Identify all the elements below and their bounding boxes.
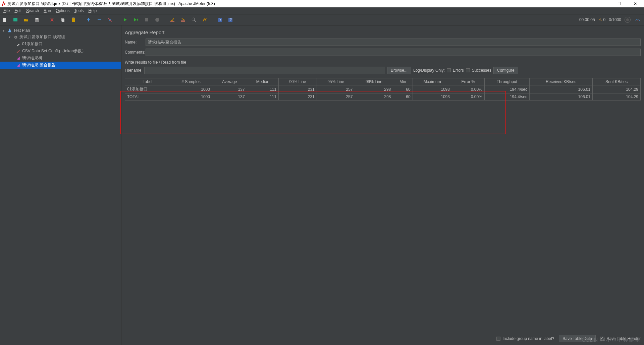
clear-all-icon[interactable] bbox=[180, 16, 186, 23]
name-input[interactable] bbox=[146, 39, 641, 46]
filename-input[interactable] bbox=[144, 67, 385, 74]
table-cell: 231 bbox=[279, 85, 317, 93]
menu-run[interactable]: Run bbox=[42, 8, 53, 14]
tree-node-csv-config[interactable]: CSV Data Set Config（tokan参数） bbox=[0, 48, 121, 55]
table-header[interactable]: Sent KB/sec bbox=[593, 78, 641, 85]
table-cell: 137 bbox=[212, 85, 247, 93]
start-icon[interactable] bbox=[122, 16, 128, 23]
tree-label: 01添加接口 bbox=[22, 41, 43, 47]
copy-icon[interactable] bbox=[59, 16, 66, 23]
chart-icon bbox=[16, 63, 21, 68]
svg-rect-5 bbox=[62, 19, 64, 22]
table-header[interactable]: Median bbox=[247, 78, 278, 85]
table-cell: 1000 bbox=[170, 93, 212, 100]
help-icon[interactable]: ? bbox=[227, 16, 234, 23]
warning-icon: ⚠ bbox=[598, 17, 602, 22]
table-row[interactable]: 01添加接口10001371112312572986010930.00%194.… bbox=[125, 85, 641, 93]
table-header[interactable]: Throughput bbox=[484, 78, 529, 85]
file-section-label: Write results to file / Read from file bbox=[125, 60, 641, 65]
menu-search[interactable]: Search bbox=[24, 8, 41, 14]
table-cell: 60 bbox=[393, 93, 413, 100]
expand-icon[interactable] bbox=[85, 16, 92, 23]
table-cell: 137 bbox=[212, 93, 247, 100]
tree-node-test-plan[interactable]: ▾ Test Plan bbox=[0, 27, 121, 33]
svg-rect-8 bbox=[145, 18, 148, 21]
tree-node-results-tree[interactable]: 请求结果树 bbox=[0, 55, 121, 62]
svg-point-9 bbox=[155, 18, 159, 22]
browse-button[interactable]: Browse... bbox=[387, 67, 411, 74]
tree-node-aggregate-report[interactable]: 请求结果-聚合报告 bbox=[0, 62, 121, 69]
svg-point-12 bbox=[192, 18, 195, 20]
table-header[interactable]: Error % bbox=[452, 78, 484, 85]
filename-label: Filename bbox=[125, 68, 142, 73]
menu-options[interactable]: Options bbox=[54, 8, 71, 14]
tree-node-sampler[interactable]: 01添加接口 bbox=[0, 41, 121, 48]
toggle-icon[interactable] bbox=[107, 16, 113, 23]
cut-icon[interactable] bbox=[49, 16, 55, 23]
start-no-pause-icon[interactable] bbox=[132, 16, 139, 23]
table-cell: 106.01 bbox=[529, 85, 592, 93]
successes-checkbox[interactable] bbox=[466, 68, 470, 72]
svg-rect-20 bbox=[17, 58, 18, 60]
paste-icon[interactable] bbox=[70, 16, 77, 23]
svg-rect-23 bbox=[17, 65, 18, 67]
warning-badge[interactable]: ⚠ 0 bbox=[598, 17, 606, 22]
table-cell: 257 bbox=[317, 85, 355, 93]
table-header[interactable]: 95% Line bbox=[317, 78, 355, 85]
configure-button[interactable]: Configure bbox=[493, 67, 518, 74]
table-cell: 104.29 bbox=[593, 85, 641, 93]
table-cell: 60 bbox=[393, 85, 413, 93]
menu-edit[interactable]: Edit bbox=[12, 8, 23, 14]
watermark: CSDN @小鱼不会游泳 bbox=[582, 337, 640, 344]
test-plan-tree[interactable]: ▾ Test Plan ▾ 测试并发添加接口-线程组 01添加接口 CSV Da… bbox=[0, 25, 121, 345]
svg-rect-0 bbox=[3, 18, 6, 22]
table-cell: 106.01 bbox=[529, 93, 592, 100]
panel-title: Aggregate Report bbox=[125, 28, 641, 39]
errors-checkbox[interactable] bbox=[447, 68, 451, 72]
table-row[interactable]: TOTAL10001371112312572986010930.00%194.4… bbox=[125, 93, 641, 100]
menu-tools[interactable]: Tools bbox=[72, 8, 86, 14]
new-icon[interactable] bbox=[1, 16, 8, 23]
open-icon[interactable] bbox=[23, 16, 30, 23]
chevron-down-icon[interactable]: ▾ bbox=[3, 29, 6, 32]
tree-label: CSV Data Set Config（tokan参数） bbox=[22, 48, 86, 54]
menu-file[interactable]: File bbox=[1, 8, 12, 14]
function-icon[interactable]: fx bbox=[216, 16, 223, 23]
window-close-button[interactable]: ✕ bbox=[631, 1, 640, 6]
reset-search-icon[interactable] bbox=[201, 16, 208, 23]
include-group-checkbox[interactable] bbox=[496, 337, 500, 341]
table-cell: TOTAL bbox=[125, 93, 170, 100]
stop-icon[interactable] bbox=[143, 16, 150, 23]
table-cell: 111 bbox=[247, 93, 278, 100]
search-icon[interactable] bbox=[191, 16, 197, 23]
table-header[interactable]: Maximum bbox=[413, 78, 452, 85]
tree-node-thread-group[interactable]: ▾ 测试并发添加接口-线程组 bbox=[0, 33, 121, 41]
shutdown-icon[interactable] bbox=[154, 16, 161, 23]
table-cell: 1093 bbox=[413, 85, 452, 93]
gauge-icon[interactable] bbox=[634, 16, 641, 23]
svg-point-17 bbox=[626, 18, 629, 21]
elapsed-timer: 00:00:05 bbox=[579, 17, 595, 22]
table-header[interactable]: Label bbox=[125, 78, 170, 85]
table-header[interactable]: Received KB/sec bbox=[529, 78, 592, 85]
svg-rect-22 bbox=[19, 57, 20, 60]
window-titlebar: 测试并发添加接口-线程组.jmx (D:\工作\项目\预约体检\压力测试\测试并… bbox=[0, 0, 644, 7]
save-icon[interactable] bbox=[34, 16, 40, 23]
menu-help[interactable]: Help bbox=[87, 8, 99, 14]
window-maximize-button[interactable]: ☐ bbox=[614, 1, 624, 6]
aggregate-table[interactable]: Label# SamplesAverageMedian90% Line95% L… bbox=[125, 78, 641, 100]
window-minimize-button[interactable]: — bbox=[598, 1, 608, 6]
templates-icon[interactable] bbox=[12, 16, 19, 23]
collapse-icon[interactable] bbox=[96, 16, 103, 23]
clear-icon[interactable] bbox=[169, 16, 176, 23]
table-header[interactable]: Min bbox=[393, 78, 413, 85]
main-area: ▾ Test Plan ▾ 测试并发添加接口-线程组 01添加接口 CSV Da… bbox=[0, 25, 644, 345]
table-header[interactable]: # Samples bbox=[170, 78, 212, 85]
chevron-down-icon[interactable]: ▾ bbox=[9, 35, 12, 39]
table-header[interactable]: Average bbox=[212, 78, 247, 85]
comments-input[interactable] bbox=[146, 49, 641, 56]
table-header[interactable]: 90% Line bbox=[279, 78, 317, 85]
toolbar: fx ? 00:00:05 ⚠ 0 0/1000 bbox=[0, 14, 644, 25]
tree-label: 请求结果树 bbox=[22, 55, 42, 61]
table-header[interactable]: 99% Line bbox=[355, 78, 393, 85]
